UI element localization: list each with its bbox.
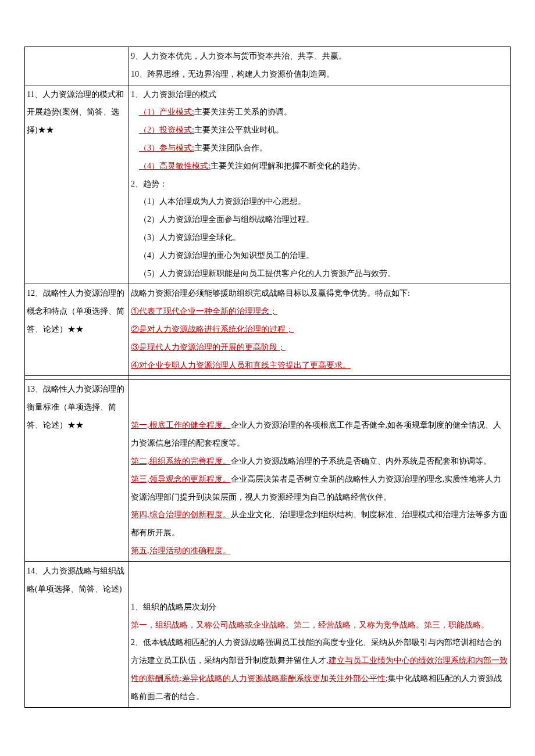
table-row-empty [25, 376, 511, 380]
text-line: 1、人力资源治理的模式 [131, 86, 508, 104]
highlight: ④对企业专职人力资源治理人员和直线主管提出了更高要求。 [131, 361, 351, 370]
text-line: ④对企业专职人力资源治理人员和直线主管提出了更高要求。 [131, 357, 508, 375]
text-line: ②是对人力资源战略进行系统化治理的过程； [131, 321, 508, 339]
highlight: ②是对人力资源战略进行系统化治理的过程； [131, 325, 294, 334]
content-table: 9、人力资本优先，人力资本与货币资本共治、共享、共赢。 10、跨界思维，无边界治… [24, 46, 511, 708]
text-line: （3）人力资源治理全球化。 [131, 229, 508, 247]
table-row: 14、人力资源战略与组织战略(单项选择、简答、论述) 1、组织的战略层次划分 第… [25, 561, 511, 707]
cell-left: 13、战略性人力资源治理的衡量标准（单项选择、简答、论述）★★ [25, 380, 129, 561]
text-line: 2、低本钱战略相匹配的人力资源战略强调员工技能的高度专业化、采纳从外部吸引与内部… [131, 634, 508, 705]
highlight: 第二,组织系统的完善程度。 [131, 457, 231, 465]
page: 9、人力资本优先，人力资本与货币资本共治、共享、共赢。 10、跨界思维，无边界治… [0, 0, 535, 756]
highlight: 第一,根底工作的健全程度。 [131, 421, 231, 429]
text-line: 第一，组织战略，又称公司战略或企业战略。第二，经营战略，又称为竞争战略。第三，职… [131, 617, 508, 635]
text-line: （4）高灵敏性模式:主要关注如何理解和把握不断变化的趋势。 [131, 157, 508, 175]
text-line: ①代表了现代企业一种全新的治理理念； [131, 303, 508, 321]
text: 企业人力资源战略治理的子系统是否确立、内外系统是否配套和协调等。 [231, 457, 491, 465]
highlight: 第三,领导观念的更新程度。 [131, 475, 231, 483]
text-line: 第二,组织系统的完善程度。企业人力资源战略治理的子系统是否确立、内外系统是否配套… [131, 453, 508, 471]
text: 主要关注劳工关系的协调。 [194, 108, 292, 116]
text-line: （1）人本治理成为人力资源治理的中心思想。 [131, 193, 508, 211]
cell-right [129, 376, 511, 380]
cell-left [25, 47, 129, 85]
text-line: 第五,治理活动的准确程度。 [131, 542, 508, 560]
cell-left: 12、战略性人力资源治理的概念和特点（单项选择、简答、论述）★★ [25, 284, 129, 376]
table-row: 11、人力资源治理的模式和开展趋势(案例、简答、选择)★★ 1、人力资源治理的模… [25, 85, 511, 284]
highlight: （2）投资模式: [139, 126, 194, 134]
table-row: 13、战略性人力资源治理的衡量标准（单项选择、简答、论述）★★ 第一,根底工作的… [25, 380, 511, 561]
cell-left: 11、人力资源治理的模式和开展趋势(案例、简答、选择)★★ [25, 85, 129, 284]
highlight: （1）产业模式: [139, 108, 194, 116]
table-row: 12、战略性人力资源治理的概念和特点（单项选择、简答、论述）★★ 战略力资源治理… [25, 284, 511, 376]
text-line: 2、趋势： [131, 175, 508, 194]
text-line: ③是现代人力资源治理的开展的更高阶段； [131, 339, 508, 357]
text: 主要关注如何理解和把握不断变化的趋势。 [211, 162, 365, 170]
cell-right: 1、人力资源治理的模式 （1）产业模式:主要关注劳工关系的协调。 （2）投资模式… [129, 85, 511, 284]
text-line: 第四,综合治理的创新程度。从企业文化、治理理念到组织结构、制度标准、治理模式和治… [131, 506, 508, 542]
highlight: 第四,综合治理的创新程度。 [131, 510, 231, 519]
spacer [131, 562, 508, 599]
text-line: 第三,领导观念的更新程度。企业高层决策者是否树立全新的战略性人力资源治理的理念,… [131, 471, 508, 507]
text-line: （1）产业模式:主要关注劳工关系的协调。 [131, 103, 508, 121]
cell-right: 1、组织的战略层次划分 第一，组织战略，又称公司战略或企业战略。第二，经营战略，… [129, 561, 511, 707]
highlight: （4）高灵敏性模式: [139, 162, 211, 170]
highlight: 第一，组织战略，又称公司战略或企业战略。第二，经营战略，又称为竞争战略。第三，职… [131, 621, 489, 629]
text-line: （3）参与模式:主要关注团队合作。 [131, 139, 508, 157]
text-line: （4）人力资源治理的重心为知识型员工的治理。 [131, 247, 508, 265]
text-line: 1、组织的战略层次划分 [131, 599, 508, 617]
text-line: 第一,根底工作的健全程度。企业人力资源治理的各项根底工作是否健全,如各项规章制度… [131, 417, 508, 453]
text-line: （5）人力资源治理新职能是向员工提供客户化的人力资源产品与效劳。 [131, 265, 508, 283]
cell-left [25, 376, 129, 380]
text-line: （2）人力资源治理全面参与组织战略治理过程。 [131, 211, 508, 229]
text-line: （2）投资模式:主要关注公平就业时机。 [131, 121, 508, 139]
table-row: 9、人力资本优先，人力资本与货币资本共治、共享、共赢。 10、跨界思维，无边界治… [25, 47, 511, 85]
highlight: ①代表了现代企业一种全新的治理理念； [131, 307, 277, 316]
cell-right: 第一,根底工作的健全程度。企业人力资源治理的各项根底工作是否健全,如各项规章制度… [129, 380, 511, 561]
highlight: （3）参与模式: [139, 144, 194, 152]
highlight: ③是现代人力资源治理的开展的更高阶段； [131, 343, 286, 352]
text: 主要关注团队合作。 [194, 144, 268, 152]
text-line: 10、跨界思维，无边界治理，构建人力资源价值制造网。 [131, 66, 508, 84]
text: 主要关注公平就业时机。 [194, 126, 284, 134]
text-line: 战略力资源治理必须能够援助组织完成战略目标以及赢得竞争优势。特点如下: [131, 285, 508, 303]
highlight: 第五,治理活动的准确程度。 [131, 546, 231, 555]
cell-right: 9、人力资本优先，人力资本与货币资本共治、共享、共赢。 10、跨界思维，无边界治… [129, 47, 511, 85]
cell-left: 14、人力资源战略与组织战略(单项选择、简答、论述) [25, 561, 129, 707]
spacer [131, 381, 508, 417]
text-line: 9、人力资本优先，人力资本与货币资本共治、共享、共赢。 [131, 48, 508, 66]
cell-right: 战略力资源治理必须能够援助组织完成战略目标以及赢得竞争优势。特点如下: ①代表了… [129, 284, 511, 376]
